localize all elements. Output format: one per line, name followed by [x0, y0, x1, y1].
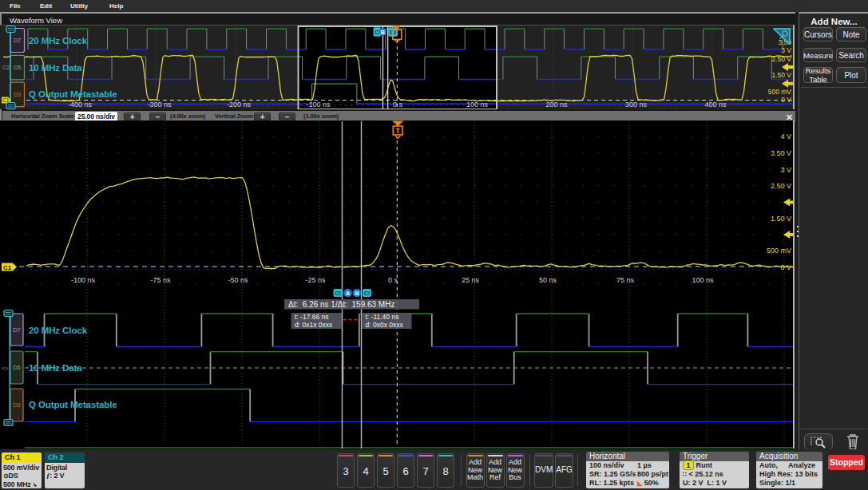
svg-text:D7: D7: [14, 38, 21, 43]
svg-text:t: -17.66 ns: t: -17.66 ns: [295, 313, 329, 321]
svg-text:-50 ns: -50 ns: [228, 276, 248, 284]
svg-text:-25 ns: -25 ns: [305, 276, 326, 284]
svg-text:10 MHz Data: 10 MHz Data: [29, 363, 82, 373]
svg-text:Q Output Metastable: Q Output Metastable: [29, 400, 117, 409]
svg-text:Q Output Metastable: Q Output Metastable: [29, 89, 117, 99]
svg-text:300 ns: 300 ns: [625, 101, 648, 109]
svg-text:B: B: [381, 29, 386, 36]
svg-text:-100 ns: -100 ns: [71, 276, 96, 284]
svg-text:t: -11.40 ns: t: -11.40 ns: [366, 313, 399, 321]
svg-text:-100 ns: -100 ns: [306, 101, 331, 109]
svg-text:<>: <>: [2, 366, 8, 371]
svg-text:D5: D5: [14, 365, 21, 370]
svg-text:Cl: Cl: [335, 290, 341, 297]
svg-text:4 V: 4 V: [780, 132, 791, 140]
svg-text:400 ns: 400 ns: [704, 101, 727, 109]
svg-text:A: A: [346, 290, 351, 297]
svg-text:1.50 V: 1.50 V: [771, 215, 791, 223]
svg-text:C1: C1: [3, 264, 12, 271]
svg-text:200 ns: 200 ns: [545, 101, 568, 109]
svg-text:-200 ns: -200 ns: [227, 101, 252, 109]
svg-text:D5: D5: [14, 65, 21, 70]
svg-text:100 ns: 100 ns: [692, 276, 714, 284]
svg-text:Δt: 6.26 ns 1/Δt: 159.63 MHz: Δt: 6.26 ns 1/Δt: 159.63 MHz: [288, 300, 394, 309]
svg-text:2.50 V: 2.50 V: [771, 182, 791, 190]
svg-text:500 mV: 500 mV: [768, 88, 792, 96]
svg-text:3.50 V: 3.50 V: [771, 149, 791, 157]
svg-text:0 s: 0 s: [388, 276, 398, 284]
svg-text:d: 0x0x 0xxx: d: 0x0x 0xxx: [366, 321, 404, 329]
svg-text:0 V: 0 V: [781, 96, 791, 104]
svg-text:D7: D7: [14, 327, 21, 333]
svg-text:20 MHz Clock: 20 MHz Clock: [29, 326, 88, 335]
svg-text:D3: D3: [14, 92, 21, 97]
svg-text:1.50 V: 1.50 V: [771, 71, 791, 79]
svg-text:100 ns: 100 ns: [466, 101, 489, 109]
svg-text:50 ns: 50 ns: [539, 276, 557, 284]
svg-text:3 V: 3 V: [780, 166, 791, 174]
svg-text:10 MHz Data: 10 MHz Data: [29, 63, 82, 73]
svg-text:C: C: [375, 29, 379, 36]
svg-text:D3: D3: [14, 402, 21, 408]
svg-text:-300 ns: -300 ns: [147, 101, 172, 109]
svg-text:500 mV: 500 mV: [767, 247, 791, 255]
svg-text:C2: C2: [2, 65, 10, 70]
svg-text:3 V: 3 V: [781, 46, 791, 54]
svg-text:-400 ns: -400 ns: [68, 101, 93, 109]
svg-text:25 ns: 25 ns: [462, 276, 480, 284]
svg-text:T: T: [396, 127, 401, 135]
svg-text:-75 ns: -75 ns: [150, 276, 171, 284]
svg-text:d: 0x1x 0xxx: d: 0x1x 0xxx: [295, 321, 333, 329]
svg-text:75 ns: 75 ns: [616, 276, 635, 284]
svg-text:0 s: 0 s: [393, 101, 403, 109]
svg-text:2.50 V: 2.50 V: [771, 55, 791, 63]
svg-text:0 V: 0 V: [780, 263, 791, 271]
svg-text:20 MHz Clock: 20 MHz Clock: [29, 36, 88, 45]
svg-text:B: B: [355, 290, 359, 297]
svg-text:Cl: Cl: [364, 290, 371, 297]
